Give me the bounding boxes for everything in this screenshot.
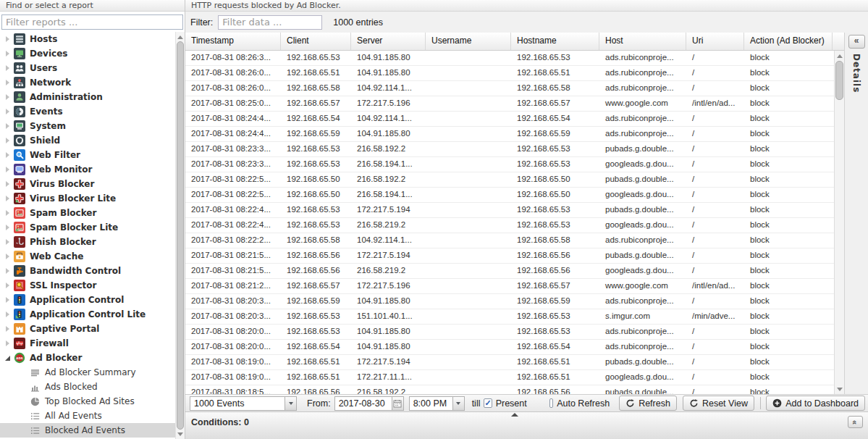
collapsed-arrow-icon[interactable] [3, 167, 12, 172]
splitter-collapse-icon[interactable] [511, 413, 518, 417]
sidebar-item-web-filter[interactable]: Web Filter [0, 148, 176, 162]
sidebar-item-spam-blocker[interactable]: Spam Blocker [0, 206, 176, 220]
collapsed-arrow-icon[interactable] [3, 36, 12, 42]
filter-data-input[interactable] [218, 15, 322, 30]
table-row[interactable]: 2017-08-31 08:23:3...192.168.65.53216.58… [185, 142, 834, 157]
column-header-host[interactable]: Host [599, 33, 686, 50]
collapsed-arrow-icon[interactable] [3, 210, 12, 216]
table-row[interactable]: 2017-08-31 08:21:5...192.168.65.56172.21… [185, 248, 834, 264]
column-header-server[interactable]: Server [351, 33, 426, 50]
sidebar-item-virus-blocker[interactable]: Virus Blocker [0, 177, 176, 191]
collapsed-arrow-icon[interactable] [3, 65, 12, 71]
expanded-arrow-icon[interactable] [3, 356, 12, 361]
sidebar-item-ad-blocker-summary[interactable]: Ad Blocker Summary [0, 365, 176, 380]
sidebar-item-network[interactable]: Network [0, 75, 176, 90]
from-time-select[interactable]: 8:00 PM [409, 396, 465, 411]
sidebar-item-events[interactable]: Events [0, 104, 176, 119]
add-to-dashboard-button[interactable]: Add to Dashboard [766, 396, 865, 411]
column-header-timestamp[interactable]: Timestamp [185, 33, 281, 50]
sidebar-item-blocked-ad-events[interactable]: Blocked Ad Events [0, 423, 176, 438]
collapsed-arrow-icon[interactable] [3, 340, 12, 346]
table-row[interactable]: 2017-08-31 08:20:3...192.168.65.53151.10… [185, 309, 834, 325]
expand-conditions-icon[interactable]: « [848, 416, 863, 428]
column-header-client[interactable]: Client [281, 33, 351, 50]
collapsed-arrow-icon[interactable] [3, 225, 12, 230]
sidebar-item-bandwidth-control[interactable]: Bandwidth Control [0, 264, 176, 278]
collapsed-arrow-icon[interactable] [3, 283, 12, 288]
calendar-icon[interactable] [392, 396, 404, 411]
table-row[interactable]: 2017-08-31 08:23:3...192.168.65.53216.58… [185, 157, 834, 172]
collapsed-arrow-icon[interactable] [3, 109, 12, 114]
chevron-down-icon[interactable] [452, 396, 465, 411]
sidebar-item-application-control[interactable]: Application Control [0, 293, 176, 307]
sidebar-item-all-ad-events[interactable]: All Ad Events [0, 409, 176, 423]
auto-refresh-checkbox[interactable] [549, 398, 553, 408]
sidebar-item-ad-blocker[interactable]: ADSAd Blocker [0, 351, 176, 365]
sidebar-item-hosts[interactable]: Hosts [0, 32, 176, 46]
scroll-down-icon[interactable] [176, 430, 185, 438]
sidebar-item-users[interactable]: Users [0, 61, 176, 75]
scroll-down-icon[interactable] [835, 385, 844, 393]
table-row[interactable]: 2017-08-31 08:24:4...192.168.65.54104.92… [185, 112, 834, 127]
details-panel-tab[interactable]: « Details [844, 33, 868, 394]
sidebar-item-shield[interactable]: Shield [0, 133, 176, 148]
collapsed-arrow-icon[interactable] [3, 123, 12, 129]
sidebar-item-ads-blocked[interactable]: Ads Blocked [0, 380, 176, 394]
collapsed-arrow-icon[interactable] [3, 239, 12, 245]
sidebar-item-devices[interactable]: Devices [0, 46, 176, 61]
table-row[interactable]: 2017-08-31 08:26:3...192.168.65.53104.91… [185, 51, 834, 66]
table-row[interactable]: 2017-08-31 08:22:2...192.168.65.58104.92… [185, 233, 834, 248]
sidebar-item-web-monitor[interactable]: Web Monitor [0, 162, 176, 177]
table-row[interactable]: 2017-08-31 08:20:0...192.168.65.54104.91… [185, 340, 834, 355]
scrollbar-thumb[interactable] [177, 41, 184, 430]
reset-view-button[interactable]: Reset View [683, 396, 754, 411]
collapsed-arrow-icon[interactable] [3, 254, 12, 259]
scroll-up-icon[interactable] [835, 51, 844, 60]
sidebar-item-web-cache[interactable]: Web Cache [0, 249, 176, 264]
sidebar-item-administration[interactable]: Administration [0, 90, 176, 104]
chevron-down-icon[interactable] [285, 396, 297, 411]
table-row[interactable]: 2017-08-31 08:19:0...192.168.65.51172.21… [185, 370, 834, 385]
refresh-button[interactable]: Refresh [619, 396, 677, 411]
scrollbar-thumb[interactable] [835, 61, 843, 100]
column-header-action-ad-blocker[interactable]: Action (Ad Blocker) [744, 33, 833, 50]
table-row[interactable]: 2017-08-31 08:20:3...192.168.65.59104.91… [185, 294, 834, 309]
collapsed-arrow-icon[interactable] [3, 268, 12, 274]
collapsed-arrow-icon[interactable] [3, 326, 12, 332]
table-row[interactable]: 2017-08-31 08:19:0...192.168.65.51172.21… [185, 355, 834, 370]
collapsed-arrow-icon[interactable] [3, 312, 12, 317]
table-row[interactable]: 2017-08-31 08:21:2...192.168.65.57172.21… [185, 279, 834, 294]
collapsed-arrow-icon[interactable] [3, 51, 12, 57]
table-row[interactable]: 2017-08-31 08:26:0...192.168.65.51104.91… [185, 66, 834, 81]
filter-reports-input[interactable] [1, 14, 183, 30]
sidebar-item-spam-blocker-lite[interactable]: Spam Blocker Lite [0, 220, 176, 235]
table-row[interactable]: 2017-08-31 08:21:5...192.168.65.56216.58… [185, 264, 834, 279]
present-checkbox[interactable]: ✓ [484, 398, 492, 408]
sidebar-item-phish-blocker[interactable]: Phish Blocker [0, 235, 176, 249]
collapsed-arrow-icon[interactable] [3, 80, 12, 85]
collapsed-arrow-icon[interactable] [3, 94, 12, 100]
collapsed-arrow-icon[interactable] [3, 152, 12, 158]
table-row[interactable]: 2017-08-31 08:22:4...192.168.65.53216.58… [185, 218, 834, 233]
table-row[interactable]: 2017-08-31 08:18:5...192.168.65.56216.58… [185, 385, 834, 394]
sidebar-item-system[interactable]: System [0, 119, 176, 133]
table-row[interactable]: 2017-08-31 08:26:0...192.168.65.58104.92… [185, 81, 834, 96]
events-limit-select[interactable]: 1000 Events [190, 396, 297, 411]
sidebar-scrollbar[interactable] [175, 32, 185, 439]
table-row[interactable]: 2017-08-31 08:24:4...192.168.65.59104.91… [185, 127, 834, 142]
table-row[interactable]: 2017-08-31 08:20:0...192.168.65.53104.91… [185, 325, 834, 340]
grid-vertical-scrollbar[interactable] [834, 51, 844, 394]
table-row[interactable]: 2017-08-31 08:22:5...192.168.65.50216.58… [185, 188, 834, 203]
sidebar-item-top-blocked-ad-sites[interactable]: Top Blocked Ad Sites [0, 394, 176, 409]
table-row[interactable]: 2017-08-31 08:22:5...192.168.65.50216.58… [185, 172, 834, 188]
from-date-field[interactable]: 2017-08-30 [334, 396, 404, 411]
column-header-hostname[interactable]: Hostname [511, 33, 599, 50]
collapsed-arrow-icon[interactable] [3, 138, 12, 143]
column-header-uri[interactable]: Uri [686, 33, 744, 50]
collapsed-arrow-icon[interactable] [3, 196, 12, 201]
sidebar-item-captive-portal[interactable]: Captive Portal [0, 322, 176, 336]
table-row[interactable]: 2017-08-31 08:22:4...192.168.65.53172.21… [185, 203, 834, 218]
sidebar-item-virus-blocker-lite[interactable]: Virus Blocker Lite [0, 191, 176, 206]
expand-details-icon[interactable]: « [848, 35, 865, 49]
column-header-username[interactable]: Username [426, 33, 511, 50]
